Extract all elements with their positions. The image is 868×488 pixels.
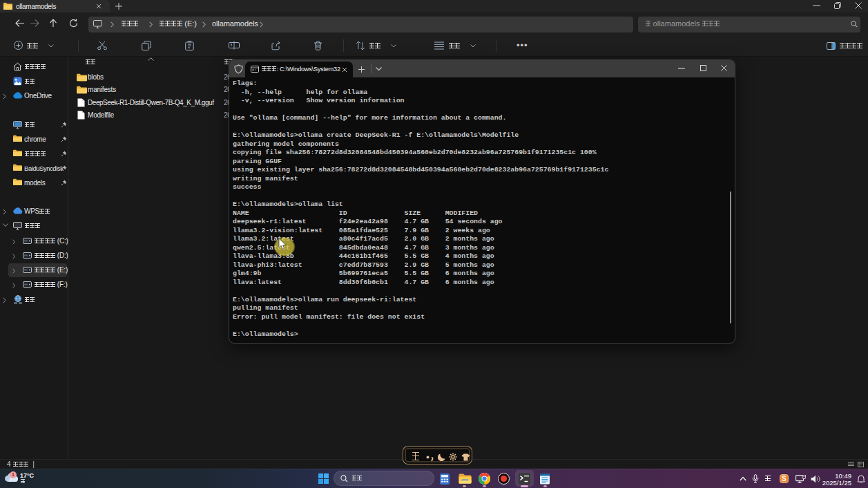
svg-text:c:: c: <box>252 68 257 73</box>
svg-text:S: S <box>782 475 787 482</box>
